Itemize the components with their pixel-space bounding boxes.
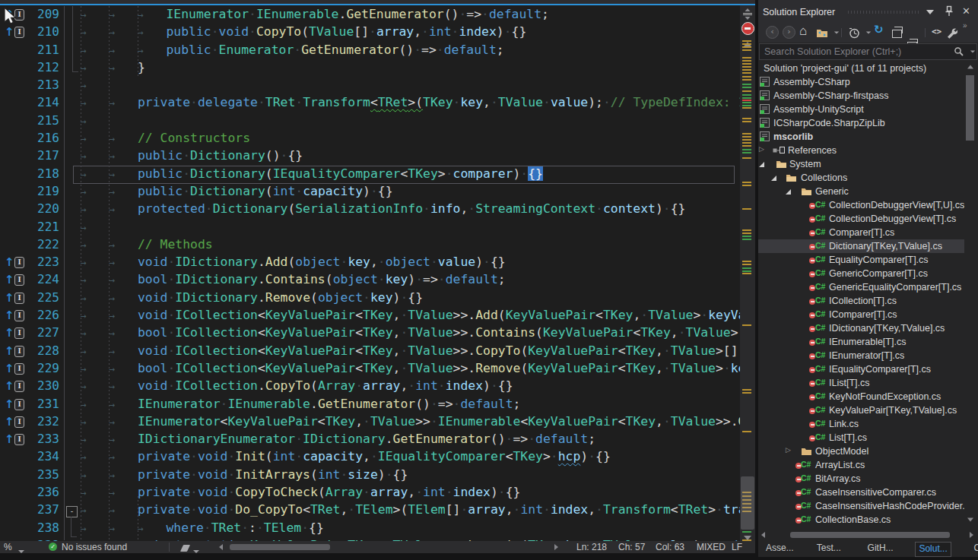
tree-item-icomparer-t-cs[interactable]: C#IComparer[T].cs — [758, 308, 964, 321]
tree-item-assembly-csharp[interactable]: Assembly-CSharp — [758, 75, 964, 89]
scroll-down-arrow[interactable] — [744, 536, 751, 540]
line-number[interactable]: 230 — [27, 378, 59, 393]
tree-item-assembly-unityscript[interactable]: Assembly-UnityScript — [758, 103, 964, 116]
line-number[interactable]: 221 — [27, 220, 59, 234]
line-number[interactable]: 217 — [27, 148, 59, 163]
code-line-221[interactable]: 221→ — [0, 219, 740, 236]
tool-window-tab-test[interactable]: Test... — [814, 542, 844, 555]
tree-item-icollection-t-cs[interactable]: C#ICollection[T].cs — [758, 294, 964, 308]
code-line-212[interactable]: 212→→} — [0, 59, 740, 77]
collapsed-arrow-icon[interactable]: ▷ — [759, 145, 764, 153]
expanded-arrow-icon[interactable] — [786, 189, 791, 195]
line-number[interactable]: 216 — [27, 131, 59, 145]
editor-vertical-scrollbar-thumb[interactable] — [741, 476, 754, 530]
line-number[interactable]: 224 — [27, 272, 59, 286]
line-number[interactable]: 236 — [27, 485, 59, 499]
line-number[interactable]: 209 — [27, 7, 59, 21]
line-number[interactable]: 227 — [27, 325, 59, 340]
line-number[interactable]: 210 — [27, 24, 59, 39]
code-line-235[interactable]: 235→→private·void·InitArrays(int·size)·{… — [0, 467, 740, 484]
highlight-brush-icon[interactable] — [182, 543, 189, 553]
zoom-dropdown-icon[interactable] — [18, 545, 24, 553]
code-line-228[interactable]: ↑I228→→void·ICollection<KeyValuePair<TKe… — [0, 343, 740, 360]
line-number[interactable]: 228 — [27, 343, 59, 358]
code-line-215[interactable]: 215→ — [0, 112, 740, 130]
code-line-219[interactable]: 219→→public·Dictionary(int·capacity)·{} — [0, 183, 740, 201]
tree-item-ilist-t-cs[interactable]: C#IList[T].cs — [758, 376, 964, 390]
tree-item-solution-project-gui-11-of-11-projects-[interactable]: Solution 'project-gui' (11 of 11 project… — [758, 62, 964, 75]
code-line-217[interactable]: 217→→public·Dictionary()·{} — [0, 147, 740, 165]
line-number[interactable]: 237 — [27, 502, 59, 517]
code-line-223[interactable]: ↑I223→→void·IDictionary.Add(object·key,·… — [0, 254, 740, 271]
implements-interface-icon[interactable]: ↑I — [5, 308, 27, 322]
tree-item-references[interactable]: ▷References — [758, 144, 964, 157]
tree-item-collectiondebuggerview-t-cs[interactable]: C#CollectionDebuggerView[T].cs — [758, 212, 964, 226]
line-number[interactable]: 225 — [27, 290, 59, 305]
line-number[interactable]: 214 — [27, 95, 59, 109]
tree-scroll-down-arrow[interactable] — [967, 518, 973, 522]
search-dropdown-icon[interactable] — [970, 50, 975, 52]
tree-scroll-up-arrow[interactable] — [967, 65, 973, 69]
code-line-224[interactable]: ↑I224→→bool·IDictionary.Contains(object·… — [0, 271, 740, 289]
code-line-229[interactable]: ↑I229→→bool·ICollection<KeyValuePair<TKe… — [0, 360, 740, 378]
tree-item-arraylist-cs[interactable]: C#ArrayList.cs — [758, 458, 964, 472]
code-line-213[interactable]: 213→ — [0, 77, 740, 94]
tree-item-equalitycomparer-t-cs[interactable]: C#EqualityComparer[T].cs — [758, 253, 964, 267]
code-line-220[interactable]: 220→→protected·Dictionary(SerializationI… — [0, 201, 740, 218]
implements-interface-icon[interactable]: ↑I — [5, 362, 27, 375]
line-number[interactable]: 231 — [27, 397, 59, 411]
tool-window-tab-gith[interactable]: GitH... — [865, 542, 897, 555]
line-number[interactable]: 235 — [27, 467, 59, 482]
expanded-arrow-icon[interactable] — [759, 162, 764, 167]
implements-interface-icon[interactable]: ↑I — [5, 415, 27, 429]
tree-item-iequalitycomparer-t-cs[interactable]: C#IEqualityComparer[T].cs — [758, 362, 964, 376]
line-ending-mode[interactable]: MIXED — [697, 542, 726, 552]
implements-interface-icon[interactable]: ↑I — [5, 273, 27, 286]
char-indicator[interactable]: Ch: 57 — [618, 542, 645, 552]
implements-interface-icon[interactable]: ↑I — [5, 25, 27, 39]
tree-item-collectiondebuggerview-t-u-cs[interactable]: C#CollectionDebuggerView[T,U].cs — [758, 198, 964, 212]
code-line-236[interactable]: 236→→private·void·CopyToCheck(Array·arra… — [0, 484, 740, 501]
code-line-238[interactable]: 238→→→where·TRet·:·TElem·{} — [0, 520, 740, 537]
zoom-level[interactable]: % — [4, 542, 12, 552]
tree-item-bitarray-cs[interactable]: C#BitArray.cs — [758, 472, 964, 486]
line-number[interactable]: 238 — [27, 520, 59, 535]
line-indicator[interactable]: Ln: 218 — [576, 542, 607, 552]
line-number[interactable]: 223 — [27, 255, 59, 269]
code-line-231[interactable]: ↑I231→→IEnumerator·IEnumerable.GetEnumer… — [0, 396, 740, 413]
line-number[interactable]: 233 — [27, 432, 59, 446]
line-number[interactable]: 218 — [27, 166, 59, 181]
expanded-arrow-icon[interactable] — [771, 176, 776, 181]
implements-interface-icon[interactable]: ↑I — [5, 255, 27, 269]
tree-item-comparer-t-cs[interactable]: C#Comparer[T].cs — [758, 226, 964, 239]
tree-item-caseinsensitivehashcodeprovider-cs[interactable]: C#CaseInsensitiveHashCodeProvider.cs — [758, 499, 964, 513]
brush-dropdown-icon[interactable] — [193, 545, 199, 553]
tool-window-tab-asse[interactable]: Asse... — [763, 542, 797, 555]
tree-item-ienumerable-t-cs[interactable]: C#IEnumerable[T].cs — [758, 335, 964, 349]
code-line-211[interactable]: 211→→→public·Enumerator·GetEnumerator()·… — [0, 42, 740, 59]
line-number[interactable]: 213 — [27, 78, 59, 92]
file-health-indicator-icon[interactable] — [741, 22, 754, 35]
tree-item-idictionary-tkey-tvalue-cs[interactable]: C#IDictionary[TKey,TValue].cs — [758, 321, 964, 335]
tree-item-generic[interactable]: Generic — [758, 185, 964, 198]
hscroll-left-arrow[interactable] — [219, 544, 223, 550]
tree-item-keynotfoundexception-cs[interactable]: C#KeyNotFoundException.cs — [758, 390, 964, 403]
column-indicator[interactable]: Col: 63 — [656, 542, 684, 552]
editor-horizontal-scrollbar-thumb[interactable] — [230, 544, 330, 550]
line-number[interactable]: 219 — [27, 184, 59, 198]
line-number[interactable]: 212 — [27, 60, 59, 74]
code-line-237[interactable]: 237→→private·void·Do_CopyTo<TRet,·TElem>… — [0, 501, 740, 519]
tree-item-keyvaluepair-tkey-tvalue-cs[interactable]: C#KeyValuePair[TKey,TValue].cs — [758, 403, 964, 417]
tree-item-system[interactable]: System — [758, 157, 964, 171]
implements-interface-icon[interactable]: ↑I — [5, 379, 27, 393]
tree-vscrollbar-thumb[interactable] — [966, 75, 974, 141]
code-line-233[interactable]: ↑I233→→IDictionaryEnumerator·IDictionary… — [0, 431, 740, 448]
code-line-222[interactable]: 222→→// Methods — [0, 236, 740, 254]
tool-window-tab-solut[interactable]: Solut... — [915, 542, 951, 557]
tree-item-collectionbase-cs[interactable]: C#CollectionBase.cs — [758, 513, 964, 527]
line-number[interactable]: 215 — [27, 113, 59, 128]
code-line-227[interactable]: ↑I227→→bool·ICollection<KeyValuePair<TKe… — [0, 324, 740, 342]
tree-item-list-t-cs[interactable]: C#List[T].cs — [758, 431, 964, 445]
implements-interface-icon[interactable]: ↑I — [5, 432, 27, 446]
line-number[interactable]: 232 — [27, 414, 59, 429]
